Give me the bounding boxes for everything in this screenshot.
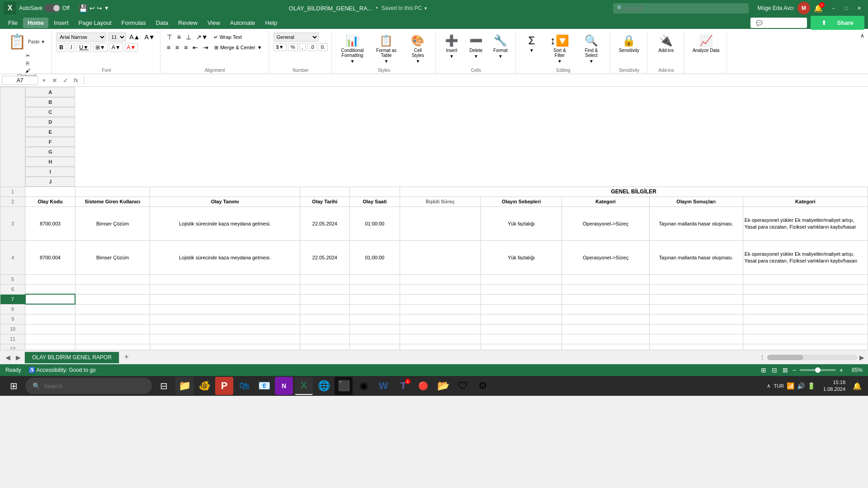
zoom-minus-icon[interactable]: − bbox=[793, 366, 796, 374]
col-header-C[interactable]: C bbox=[25, 107, 75, 117]
cell-I3[interactable]: Taşınan mallarda hasar oluşması. bbox=[649, 206, 743, 240]
zoom-slider[interactable] bbox=[800, 369, 836, 371]
menu-review[interactable]: Review bbox=[174, 18, 202, 28]
cell-J3[interactable]: Ek operasyonel yükler Ek maliyetler/mali… bbox=[743, 206, 868, 240]
addins-button[interactable]: 🔌 Add-ins bbox=[655, 33, 677, 55]
italic-button[interactable]: I bbox=[68, 43, 75, 52]
cell-J4[interactable]: Ek operasyonel yükler Ek maliyetler/mali… bbox=[743, 240, 868, 274]
increase-font-button[interactable]: A▲ bbox=[128, 33, 141, 41]
decrease-font-button[interactable]: A▼ bbox=[143, 33, 156, 41]
user-avatar[interactable]: M bbox=[797, 2, 810, 14]
cell-C3[interactable]: Lojistik sürecinde kaza meydana gelmesi. bbox=[150, 206, 300, 240]
cell-B3[interactable]: Bimser Çözüm bbox=[75, 206, 150, 240]
function-icon[interactable]: fx bbox=[72, 77, 80, 84]
col-header-G[interactable]: G bbox=[25, 147, 75, 157]
cell-E1[interactable] bbox=[350, 187, 400, 197]
format-painter-button[interactable]: 🖌 bbox=[24, 67, 32, 74]
taskbar-app-pre[interactable]: P bbox=[215, 377, 233, 395]
taskbar-app-edge[interactable]: 🌐 bbox=[315, 377, 333, 395]
increase-decimal-button[interactable]: .0 bbox=[307, 43, 317, 51]
percent-button[interactable]: % bbox=[288, 43, 298, 51]
cell-E2[interactable]: Olay Saati bbox=[350, 197, 400, 206]
align-right-button[interactable]: ≡ bbox=[182, 43, 189, 52]
analyze-data-button[interactable]: 📈 Analyze Data bbox=[689, 33, 723, 55]
cell-A1[interactable] bbox=[25, 187, 75, 197]
cell-H2[interactable]: Kategori bbox=[562, 197, 649, 206]
cell-G4[interactable]: Yük fazlalığı bbox=[481, 240, 561, 274]
align-top-button[interactable]: ⊤ bbox=[165, 33, 174, 42]
sheet-options-icon[interactable]: ⋮ bbox=[759, 354, 765, 361]
formula-input[interactable] bbox=[84, 76, 866, 84]
taskbar-app-word[interactable]: W bbox=[374, 377, 392, 395]
cell-F1-merged[interactable]: GENEL BİLGİLER bbox=[400, 187, 868, 197]
cell-B1[interactable] bbox=[75, 187, 150, 197]
increase-indent-button[interactable]: ⇥ bbox=[201, 43, 210, 52]
font-size-select[interactable]: 11 bbox=[108, 33, 126, 42]
format-as-table-button[interactable]: 📋 Format as Table ▼ bbox=[370, 33, 402, 66]
menu-file[interactable]: File bbox=[4, 18, 22, 28]
normal-view-button[interactable]: ⊞ bbox=[760, 366, 767, 375]
col-header-E[interactable]: E bbox=[25, 127, 75, 137]
ribbon-collapse-button[interactable]: ∧ bbox=[859, 31, 866, 41]
taskbar-clock[interactable]: 15:18 1.08.2024 bbox=[820, 379, 849, 393]
confirm-formula-icon[interactable]: ✓ bbox=[61, 77, 70, 84]
fill-color-button[interactable]: A▼ bbox=[109, 43, 123, 52]
taskbar-app-store[interactable]: 🛍 bbox=[235, 377, 253, 395]
undo-icon[interactable]: ↩ bbox=[90, 5, 95, 12]
taskbar-app-settings[interactable]: ⚙ bbox=[474, 377, 492, 395]
sheet-nav-prev[interactable]: ◀ bbox=[4, 353, 12, 362]
sheet-tab-active[interactable]: OLAY BİLDİRİM GENEL RAPOR bbox=[24, 352, 119, 363]
col-header-D[interactable]: D bbox=[25, 117, 75, 127]
notifications-icon[interactable]: 🔔 bbox=[850, 382, 864, 390]
paste-button[interactable]: 📋 Paste ▼ bbox=[5, 33, 48, 51]
cell-A3[interactable]: 8700.003 bbox=[25, 206, 75, 240]
close-button[interactable]: ✕ bbox=[854, 3, 864, 14]
format-button[interactable]: 🔧 Format ▼ bbox=[489, 33, 512, 61]
sort-filter-button[interactable]: ↕🔽 Sort & Filter ▼ bbox=[545, 33, 575, 66]
cell-reference-input[interactable] bbox=[2, 76, 38, 85]
autosave-toggle[interactable] bbox=[44, 4, 61, 12]
customize-icon[interactable]: ▼ bbox=[104, 5, 109, 11]
taskbar-app-teams[interactable]: T1 bbox=[394, 377, 412, 395]
taskbar-app-outlook[interactable]: 📧 bbox=[255, 377, 273, 395]
col-header-B[interactable]: B bbox=[25, 97, 75, 107]
col-header-I[interactable]: I bbox=[25, 167, 75, 177]
share-button[interactable]: ⬆Share bbox=[811, 16, 864, 30]
cell-D3[interactable]: 22.05.2024 bbox=[300, 206, 349, 240]
find-select-button[interactable]: 🔍 Find & Select ▼ bbox=[576, 33, 606, 66]
cell-F4[interactable] bbox=[400, 240, 481, 274]
cancel-formula-icon[interactable]: ✕ bbox=[50, 77, 59, 84]
decrease-indent-button[interactable]: ⇤ bbox=[191, 43, 200, 52]
cell-F3[interactable] bbox=[400, 206, 481, 240]
cell-styles-button[interactable]: 🎨 Cell Styles ▼ bbox=[404, 33, 432, 66]
menu-view[interactable]: View bbox=[203, 18, 225, 28]
bold-button[interactable]: B bbox=[57, 43, 66, 52]
underline-button[interactable]: U▼ bbox=[76, 43, 91, 52]
number-format-select[interactable]: General bbox=[274, 33, 319, 42]
scroll-right-icon[interactable]: ▶ bbox=[859, 354, 864, 361]
cell-B4[interactable]: Bimser Çözüm bbox=[75, 240, 150, 274]
cell-A2[interactable]: Olay Kodu bbox=[25, 197, 75, 206]
decrease-decimal-button[interactable]: 0. bbox=[318, 43, 328, 51]
cell-I4[interactable]: Taşınan mallarda hasar oluşması. bbox=[649, 240, 743, 274]
page-layout-view-button[interactable]: ⊟ bbox=[771, 366, 778, 375]
cell-H4[interactable]: Operasyonel->Süreç bbox=[562, 240, 649, 274]
cell-D2[interactable]: Olay Tarihi bbox=[300, 197, 349, 206]
menu-automate[interactable]: Automate bbox=[226, 18, 260, 28]
delete-button[interactable]: ➖ Delete ▼ bbox=[465, 33, 487, 61]
cell-E3[interactable]: 01:00:00 bbox=[350, 206, 400, 240]
save-icon[interactable]: 💾 bbox=[79, 4, 88, 13]
align-middle-button[interactable]: ≡ bbox=[175, 33, 183, 42]
grid-container[interactable]: A B C D E F G H I J 1 bbox=[0, 87, 868, 350]
page-break-view-button[interactable]: ⊠ bbox=[782, 366, 789, 375]
cell-A4[interactable]: 8700.004 bbox=[25, 240, 75, 274]
taskbar-app-excel[interactable]: X bbox=[295, 377, 313, 395]
cell-C4[interactable]: Lojistik sürecinde kaza meydana gelmesi. bbox=[150, 240, 300, 274]
menu-formulas[interactable]: Formulas bbox=[117, 18, 151, 28]
insert-button[interactable]: ➕ Insert ▼ bbox=[440, 33, 463, 61]
zoom-level[interactable]: 85% bbox=[847, 367, 863, 373]
align-center-button[interactable]: ≡ bbox=[174, 43, 181, 52]
menu-data[interactable]: Data bbox=[151, 18, 173, 28]
sheet-nav-next[interactable]: ▶ bbox=[14, 353, 23, 362]
menu-help[interactable]: Help bbox=[261, 18, 282, 28]
